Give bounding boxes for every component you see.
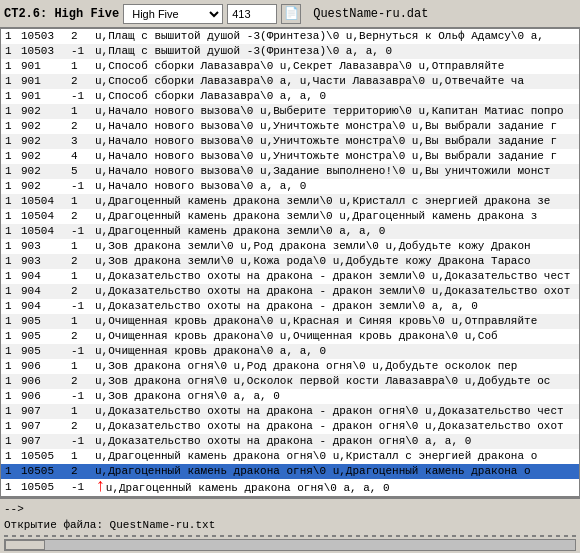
col-data: u,Зов дракона земли\0 u,Род дракона земл… <box>91 239 579 254</box>
col-data: u,Плащ с вышитой душой -3(Фринтеза)\0 a,… <box>91 44 579 59</box>
table-row[interactable]: 19023u,Начало нового вызова\0 u,Уничтожь… <box>1 134 579 149</box>
col-data: u,Зов дракона огня\0 u,Осколок первой ко… <box>91 374 579 389</box>
table-row[interactable]: 110503-1u,Плащ с вышитой душой -3(Фринте… <box>1 44 579 59</box>
col-flag: 1 <box>1 164 17 179</box>
col-num: 1 <box>67 269 91 284</box>
col-flag: 1 <box>1 389 17 404</box>
col-num: -1 <box>67 299 91 314</box>
table-row[interactable]: 19025u,Начало нового вызова\0 u,Задание … <box>1 164 579 179</box>
col-id: 905 <box>17 344 67 359</box>
table-row[interactable]: 19072u,Доказательство охоты на дракона -… <box>1 419 579 434</box>
col-id: 10503 <box>17 44 67 59</box>
table-row[interactable]: 1105052u,Драгоценный камень дракона огня… <box>1 464 579 479</box>
col-data: u,Начало нового вызова\0 u,Выберите терр… <box>91 104 579 119</box>
table-row[interactable]: 1105051u,Драгоценный камень дракона огня… <box>1 449 579 464</box>
horizontal-scrollbar[interactable] <box>4 539 576 551</box>
col-num: 1 <box>67 104 91 119</box>
col-num: 2 <box>67 374 91 389</box>
table-row[interactable]: 19021u,Начало нового вызова\0 u,Выберите… <box>1 104 579 119</box>
col-num: -1 <box>67 89 91 104</box>
col-data: u,Драгоценный камень дракона земли\0 u,К… <box>91 194 579 209</box>
icon-button[interactable]: 📄 <box>281 4 301 24</box>
col-flag: 1 <box>1 419 17 434</box>
col-num: 1 <box>67 59 91 74</box>
version-dropdown[interactable]: High Five <box>123 4 223 24</box>
col-id: 902 <box>17 179 67 194</box>
col-id: 907 <box>17 434 67 449</box>
table-row[interactable]: 19041u,Доказательство охоты на дракона -… <box>1 269 579 284</box>
col-data: u,Зов дракона огня\0 u,Род дракона огня\… <box>91 359 579 374</box>
table-row[interactable]: 110504-1u,Драгоценный камень дракона зем… <box>1 224 579 239</box>
col-flag: 1 <box>1 269 17 284</box>
red-arrow-icon: ↑ <box>95 479 106 494</box>
table-row[interactable]: 1907-1u,Доказательство охоты на дракона … <box>1 434 579 449</box>
col-flag: 1 <box>1 209 17 224</box>
col-num: 1 <box>67 404 91 419</box>
table-row[interactable]: 19031u,Зов дракона земли\0 u,Род дракона… <box>1 239 579 254</box>
col-num: -1 <box>67 44 91 59</box>
table-row[interactable]: 19062u,Зов дракона огня\0 u,Осколок перв… <box>1 374 579 389</box>
col-id: 903 <box>17 239 67 254</box>
table-row[interactable]: 19051u,Очищенная кровь дракона\0 u,Красн… <box>1 314 579 329</box>
col-num: 2 <box>67 329 91 344</box>
col-flag: 1 <box>1 29 17 44</box>
col-flag: 1 <box>1 404 17 419</box>
table-row[interactable]: 19022u,Начало нового вызова\0 u,Уничтожь… <box>1 119 579 134</box>
table-row[interactable]: 19024u,Начало нового вызова\0 u,Уничтожь… <box>1 149 579 164</box>
col-id: 906 <box>17 359 67 374</box>
col-num: 2 <box>67 419 91 434</box>
table-row[interactable]: 19071u,Доказательство охоты на дракона -… <box>1 404 579 419</box>
col-id: 902 <box>17 119 67 134</box>
table-row[interactable]: 1105042u,Драгоценный камень дракона земл… <box>1 209 579 224</box>
col-flag: 1 <box>1 344 17 359</box>
table-row[interactable]: 19011u,Способ сборки Лавазавра\0 u,Секре… <box>1 59 579 74</box>
table-row[interactable]: 19061u,Зов дракона огня\0 u,Род дракона … <box>1 359 579 374</box>
col-id: 905 <box>17 314 67 329</box>
col-id: 10505 <box>17 449 67 464</box>
table-row[interactable]: 1906-1u,Зов дракона огня\0 a, a, 0 <box>1 389 579 404</box>
col-flag: 1 <box>1 284 17 299</box>
table-row[interactable]: 19032u,Зов дракона земли\0 u,Кожа рода\0… <box>1 254 579 269</box>
table-row[interactable]: 1905-1u,Очищенная кровь дракона\0 a, a, … <box>1 344 579 359</box>
table-row[interactable]: 19012u,Способ сборки Лавазавра\0 a, u,Ча… <box>1 74 579 89</box>
col-flag: 1 <box>1 299 17 314</box>
col-id: 902 <box>17 104 67 119</box>
col-data: u,Очищенная кровь дракона\0 a, a, 0 <box>91 344 579 359</box>
col-id: 903 <box>17 254 67 269</box>
col-data: u,Доказательство охоты на дракона - драк… <box>91 299 579 314</box>
col-flag: 1 <box>1 434 17 449</box>
number-input[interactable] <box>227 4 277 24</box>
table-scroll[interactable]: 1105032u,Плащ с вышитой душой -3(Фринтез… <box>1 29 579 496</box>
table-row[interactable]: 1901-1u,Способ сборки Лавазавра\0 a, a, … <box>1 89 579 104</box>
col-flag: 1 <box>1 479 17 496</box>
col-data: u,Способ сборки Лавазавра\0 a, u,Части Л… <box>91 74 579 89</box>
table-row[interactable]: 19052u,Очищенная кровь дракона\0 u,Очище… <box>1 329 579 344</box>
table-row[interactable]: 1105041u,Драгоценный камень дракона земл… <box>1 194 579 209</box>
table-row[interactable]: 1105032u,Плащ с вышитой душой -3(Фринтез… <box>1 29 579 44</box>
col-id: 902 <box>17 164 67 179</box>
col-data: u,Зов дракона земли\0 u,Кожа рода\0 u,До… <box>91 254 579 269</box>
col-flag: 1 <box>1 149 17 164</box>
table-row[interactable]: 1904-1u,Доказательство охоты на дракона … <box>1 299 579 314</box>
table-row[interactable]: 19042u,Доказательство охоты на дракона -… <box>1 284 579 299</box>
col-id: 904 <box>17 284 67 299</box>
col-num: 1 <box>67 194 91 209</box>
col-data: u,Драгоценный камень дракона огня\0 u,Др… <box>91 464 579 479</box>
col-num: -1 <box>67 179 91 194</box>
col-data: u,Способ сборки Лавазавра\0 u,Секрет Лав… <box>91 59 579 74</box>
col-data: u,Доказательство охоты на дракона - драк… <box>91 404 579 419</box>
col-id: 901 <box>17 74 67 89</box>
col-flag: 1 <box>1 464 17 479</box>
col-id: 904 <box>17 269 67 284</box>
table-row[interactable]: 110505-1↑ u,Драгоценный камень дракона о… <box>1 479 579 496</box>
col-id: 10505 <box>17 479 67 496</box>
col-num: 4 <box>67 149 91 164</box>
col-num: 1 <box>67 314 91 329</box>
col-data: u,Драгоценный камень дракона земли\0 a, … <box>91 224 579 239</box>
col-num: 3 <box>67 134 91 149</box>
col-flag: 1 <box>1 74 17 89</box>
scrollbar-thumb[interactable] <box>5 540 45 550</box>
col-data: u,Доказательство охоты на дракона - драк… <box>91 284 579 299</box>
table-row[interactable]: 1902-1u,Начало нового вызова\0 a, a, 0 <box>1 179 579 194</box>
col-id: 10503 <box>17 29 67 44</box>
